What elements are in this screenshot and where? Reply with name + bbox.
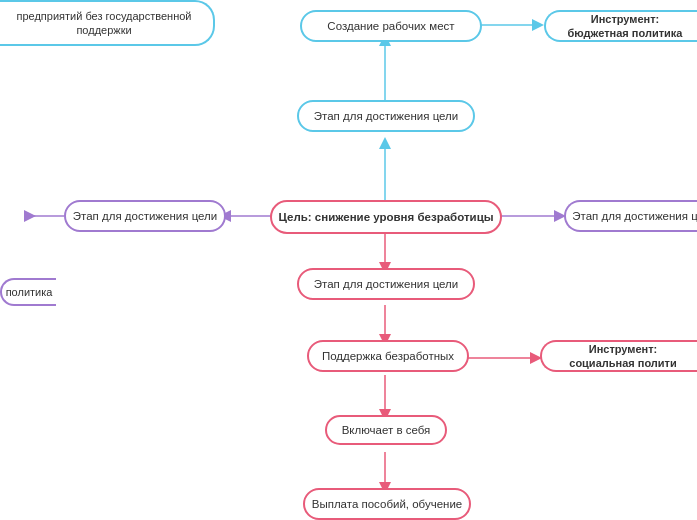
node-enterprises: предприятий без государственной поддержк… (0, 0, 215, 46)
node-support-unemployed: Поддержка безработных (307, 340, 469, 372)
node-stage-left: Этап для достижения цели (64, 200, 226, 232)
node-politics-left: политика (0, 278, 56, 306)
node-includes: Включает в себя (325, 415, 447, 445)
node-stage-top: Этап для достижения цели (297, 100, 475, 132)
node-instrument-budget: Инструмент: бюджетная политика (544, 10, 697, 42)
node-instrument-social: Инструмент: социальная полити (540, 340, 697, 372)
node-create-jobs: Создание рабочих мест (300, 10, 482, 42)
node-stage-below-goal: Этап для достижения цели (297, 268, 475, 300)
node-benefits: Выплата пособий, обучение (303, 488, 471, 520)
node-stage-right: Этап для достижения ц (564, 200, 697, 232)
node-goal-center: Цель: снижение уровня безработицы (270, 200, 502, 234)
mind-map-diagram: предприятий без государственной поддержк… (0, 0, 697, 520)
